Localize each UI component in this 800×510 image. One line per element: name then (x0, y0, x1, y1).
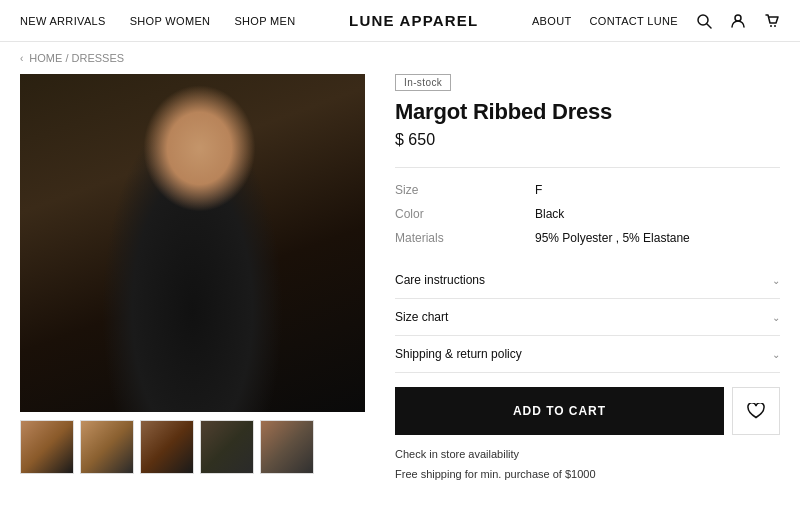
account-icon[interactable] (730, 13, 746, 29)
detail-color: Color Black (395, 202, 780, 226)
accordion-shipping-label: Shipping & return policy (395, 347, 522, 361)
cart-icon[interactable] (764, 13, 780, 29)
chevron-down-icon: ⌄ (772, 275, 780, 286)
nav-new-arrivals[interactable]: NEW ARRIVALS (20, 15, 106, 27)
breadcrumb-link[interactable]: HOME / DRESSES (29, 52, 124, 64)
nav-contact[interactable]: CONTACT LUNE (589, 15, 678, 27)
detail-materials: Materials 95% Polyester , 5% Elastane (395, 226, 780, 250)
nav-left: NEW ARRIVALS SHOP WOMEN SHOP MEN (20, 15, 296, 27)
accordion-size-chart[interactable]: Size chart ⌄ (395, 299, 780, 336)
divider-top (395, 167, 780, 168)
site-logo[interactable]: LUNE APPAREL (349, 12, 478, 29)
product-details: Size F Color Black Materials 95% Polyest… (395, 178, 780, 250)
materials-label: Materials (395, 231, 475, 245)
accordion-shipping[interactable]: Shipping & return policy ⌄ (395, 336, 780, 373)
thumbnail-strip (20, 420, 365, 474)
svg-point-4 (774, 25, 776, 27)
svg-point-2 (735, 15, 741, 21)
nav-shop-men[interactable]: SHOP MEN (234, 15, 295, 27)
thumbnail-4[interactable] (200, 420, 254, 474)
site-header: NEW ARRIVALS SHOP WOMEN SHOP MEN LUNE AP… (0, 0, 800, 42)
wishlist-button[interactable] (732, 387, 780, 435)
thumbnail-3[interactable] (140, 420, 194, 474)
accordion-care-label: Care instructions (395, 273, 485, 287)
chevron-down-icon: ⌄ (772, 312, 780, 323)
chevron-down-icon: ⌄ (772, 349, 780, 360)
nav-right: ABOUT CONTACT LUNE (532, 13, 780, 29)
color-label: Color (395, 207, 475, 221)
materials-value: 95% Polyester , 5% Elastane (535, 231, 690, 245)
thumbnail-2[interactable] (80, 420, 134, 474)
thumbnail-5[interactable] (260, 420, 314, 474)
main-product-image (20, 74, 365, 412)
size-value: F (535, 183, 542, 197)
color-value: Black (535, 207, 564, 221)
accordion-size-label: Size chart (395, 310, 448, 324)
thumbnail-1[interactable] (20, 420, 74, 474)
check-store-text: Check in store availability (395, 445, 780, 465)
search-icon[interactable] (696, 13, 712, 29)
product-section: In-stock Margot Ribbed Dress $ 650 Size … (395, 74, 780, 485)
main-content: In-stock Margot Ribbed Dress $ 650 Size … (0, 74, 800, 485)
store-info: Check in store availability Free shippin… (395, 445, 780, 485)
accordion-care[interactable]: Care instructions ⌄ (395, 262, 780, 299)
svg-point-3 (770, 25, 772, 27)
nav-about[interactable]: ABOUT (532, 15, 572, 27)
nav-shop-women[interactable]: SHOP WOMEN (130, 15, 211, 27)
image-section (20, 74, 365, 485)
size-label: Size (395, 183, 475, 197)
cart-section: ADD TO CART (395, 387, 780, 435)
free-shipping-text: Free shipping for min. purchase of $1000 (395, 465, 780, 485)
product-price: $ 650 (395, 131, 780, 149)
product-name: Margot Ribbed Dress (395, 99, 780, 125)
detail-size: Size F (395, 178, 780, 202)
add-to-cart-button[interactable]: ADD TO CART (395, 387, 724, 435)
in-stock-badge: In-stock (395, 74, 451, 91)
breadcrumb: ‹ HOME / DRESSES (0, 42, 800, 74)
svg-line-1 (707, 24, 711, 28)
breadcrumb-back-arrow[interactable]: ‹ (20, 53, 23, 64)
